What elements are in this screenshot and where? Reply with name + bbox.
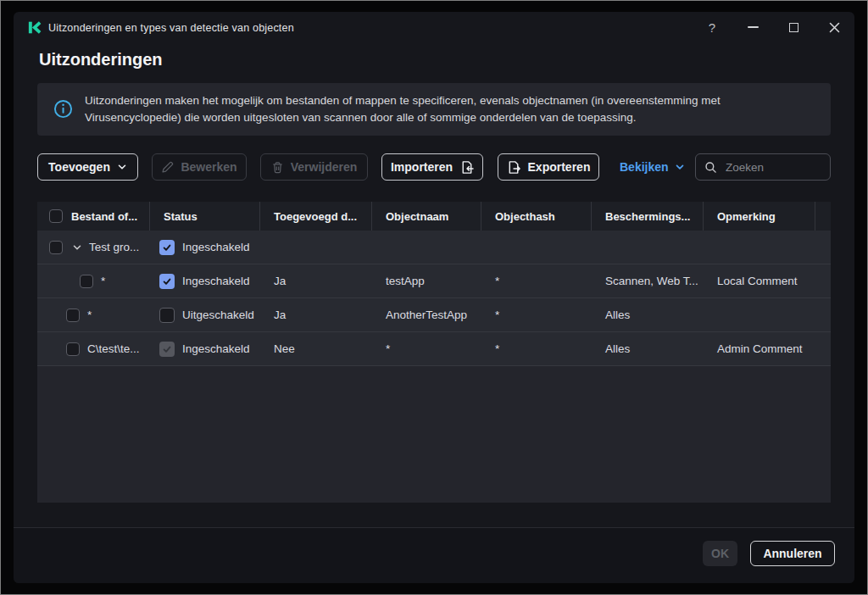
footer: OK Annuleren bbox=[14, 528, 854, 583]
delete-button[interactable]: Verwijderen bbox=[260, 153, 368, 181]
edit-button-label: Bewerken bbox=[181, 160, 236, 174]
header-protection-column[interactable]: Beschermings... bbox=[592, 202, 704, 231]
table-row-group[interactable]: Test gro... Ingeschakeld bbox=[37, 231, 831, 264]
cancel-button[interactable]: Annuleren bbox=[750, 541, 835, 566]
delete-button-label: Verwijderen bbox=[291, 160, 358, 174]
status-label: Ingeschakeld bbox=[182, 275, 250, 287]
info-text: Uitzonderingen maken het mogelijk om bes… bbox=[85, 92, 783, 125]
status-label: Ingeschakeld bbox=[182, 241, 250, 253]
added-by-cell: Ja bbox=[260, 264, 372, 298]
kaspersky-logo-icon bbox=[27, 20, 42, 35]
object-name-cell: AnotherTestApp bbox=[372, 298, 481, 331]
comment-cell: Local Comment bbox=[704, 264, 815, 298]
header-comment-column[interactable]: Opmerking bbox=[704, 202, 815, 231]
row-checkbox[interactable] bbox=[66, 309, 80, 322]
header-status-column[interactable]: Status bbox=[150, 202, 260, 231]
import-button[interactable]: Importeren bbox=[381, 153, 483, 181]
header-file-column[interactable]: Bestand of... bbox=[37, 202, 150, 231]
import-button-label: Importeren bbox=[391, 160, 453, 174]
info-icon bbox=[53, 99, 73, 119]
chevron-down-icon bbox=[117, 162, 127, 172]
object-hash-cell: * bbox=[481, 332, 592, 365]
group-name: Test gro... bbox=[89, 241, 139, 253]
object-name-cell: * bbox=[372, 332, 481, 365]
collapse-chevron-icon[interactable] bbox=[72, 242, 82, 253]
status-checkbox bbox=[159, 342, 175, 357]
search-box[interactable] bbox=[695, 153, 831, 181]
select-all-checkbox[interactable] bbox=[49, 209, 63, 223]
help-button[interactable]: ? bbox=[700, 15, 724, 39]
status-checkbox[interactable] bbox=[159, 308, 175, 323]
protection-cell: Alles bbox=[592, 332, 704, 365]
title-bar: Uitzonderingen en types van detectie van… bbox=[14, 12, 854, 44]
edit-button[interactable]: Bewerken bbox=[152, 153, 247, 181]
status-label: Uitgeschakeld bbox=[182, 309, 254, 321]
table-row[interactable]: * Uitgeschakeld Ja AnotherTestApp * Alle… bbox=[37, 298, 831, 332]
maximize-icon bbox=[789, 23, 798, 32]
status-checkbox[interactable] bbox=[159, 274, 175, 289]
header-added-by-column[interactable]: Toegevoegd d... bbox=[260, 202, 372, 231]
ok-button[interactable]: OK bbox=[703, 541, 737, 566]
add-button[interactable]: Toevoegen bbox=[37, 153, 138, 181]
trash-icon bbox=[271, 161, 284, 174]
minimize-button[interactable] bbox=[741, 15, 765, 39]
object-hash-cell: * bbox=[481, 264, 592, 298]
export-button[interactable]: Exporteren bbox=[498, 153, 599, 181]
object-hash-cell: * bbox=[481, 298, 592, 331]
close-icon bbox=[829, 22, 840, 33]
export-button-label: Exporteren bbox=[528, 160, 591, 174]
comment-cell: Admin Comment bbox=[704, 332, 815, 365]
close-button[interactable] bbox=[822, 15, 846, 39]
protection-cell: Scannen, Web T... bbox=[592, 264, 704, 298]
header-object-hash-column[interactable]: Objecthash bbox=[481, 202, 592, 231]
minimize-icon bbox=[748, 26, 759, 28]
table-row[interactable]: * Ingeschakeld Ja testApp * Scannen, Web… bbox=[37, 264, 831, 298]
row-checkbox[interactable] bbox=[66, 342, 80, 356]
added-by-cell: Nee bbox=[260, 332, 372, 365]
add-button-label: Toevoegen bbox=[48, 160, 110, 174]
view-dropdown-label: Bekijken bbox=[620, 160, 669, 174]
import-icon bbox=[459, 160, 474, 175]
row-checkbox[interactable] bbox=[80, 275, 93, 288]
chevron-down-icon bbox=[675, 162, 685, 172]
header-object-name-column[interactable]: Objectnaam bbox=[372, 202, 481, 231]
protection-cell: Alles bbox=[592, 298, 704, 331]
status-checkbox[interactable] bbox=[159, 240, 175, 255]
export-icon bbox=[507, 160, 521, 175]
file-or-folder: C\test\te... bbox=[87, 342, 140, 355]
maximize-button[interactable] bbox=[782, 15, 805, 39]
pencil-icon bbox=[161, 161, 174, 174]
dialog-window: Uitzonderingen en types van detectie van… bbox=[14, 12, 854, 583]
window-title: Uitzonderingen en types van detectie van… bbox=[48, 12, 294, 44]
info-banner: Uitzonderingen maken het mogelijk om bes… bbox=[37, 83, 831, 136]
header-spacer-column bbox=[815, 202, 831, 231]
status-label: Ingeschakeld bbox=[182, 342, 250, 355]
view-dropdown[interactable]: Bekijken bbox=[620, 153, 685, 181]
search-input[interactable] bbox=[724, 160, 821, 175]
file-or-folder: * bbox=[87, 309, 92, 321]
added-by-cell: Ja bbox=[260, 298, 372, 331]
table-row[interactable]: C\test\te... Ingeschakeld Nee * * Alles … bbox=[37, 332, 831, 366]
search-icon bbox=[704, 161, 717, 174]
exclusions-table: Bestand of... Status Toegevoegd d... Obj… bbox=[37, 202, 831, 503]
page-title: Uitzonderingen bbox=[39, 50, 163, 70]
object-name-cell: testApp bbox=[372, 264, 481, 298]
table-header-row: Bestand of... Status Toegevoegd d... Obj… bbox=[37, 202, 831, 231]
file-or-folder: * bbox=[101, 275, 105, 287]
comment-cell bbox=[704, 298, 815, 331]
row-checkbox[interactable] bbox=[49, 241, 63, 254]
